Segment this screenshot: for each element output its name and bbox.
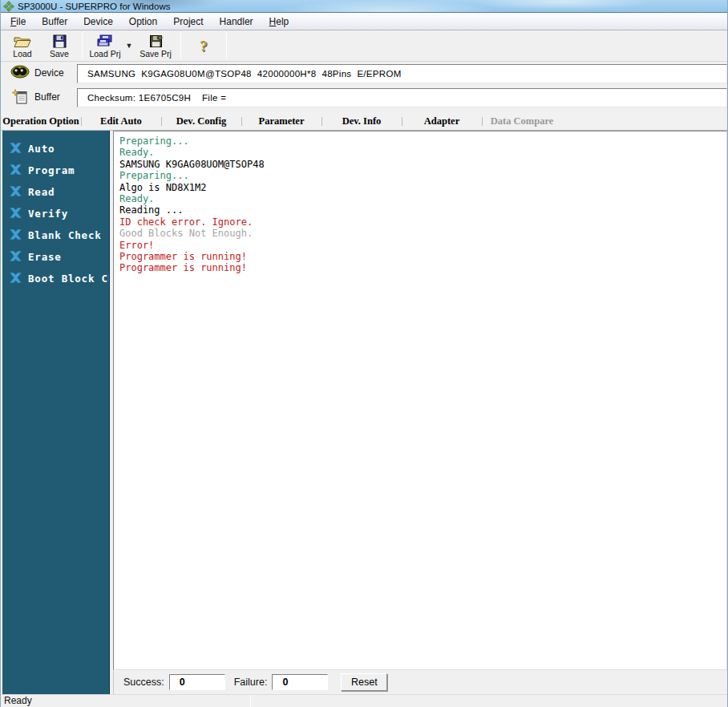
failure-label: Failure: bbox=[234, 677, 268, 688]
log-line: Ready. bbox=[119, 147, 726, 158]
buffer-value: Checksum: 1E6705C9H File = bbox=[87, 93, 226, 103]
tab-edit-auto[interactable]: Edit Auto bbox=[81, 115, 161, 127]
log-line: Ready. bbox=[119, 193, 726, 204]
log-line: Programmer is running! bbox=[119, 251, 726, 262]
device-eyes-icon[interactable] bbox=[10, 65, 30, 82]
app-icon bbox=[3, 1, 14, 12]
open-folder-icon bbox=[14, 34, 31, 48]
tab-parameter[interactable]: Parameter bbox=[241, 115, 322, 127]
failure-count-field[interactable]: 0 bbox=[272, 674, 328, 690]
save-prj-button-label: Save Prj bbox=[140, 49, 172, 59]
status-bar: Ready bbox=[1, 694, 728, 707]
x-mark-icon bbox=[10, 272, 22, 286]
toolbar-separator bbox=[82, 33, 83, 59]
sidebar-item-verify[interactable]: Verify bbox=[2, 203, 109, 224]
sidebar-item-program[interactable]: Program bbox=[2, 160, 109, 181]
log-line: Preparing... bbox=[119, 135, 726, 147]
sidebar-item-label: Erase bbox=[28, 251, 62, 263]
sidebar-item-label: Blank Check bbox=[28, 229, 102, 241]
menu-buffer[interactable]: Buffer bbox=[34, 14, 75, 30]
toolbar-separator bbox=[226, 33, 227, 59]
save-prj-button[interactable]: Save Prj bbox=[135, 30, 176, 61]
tab-bar: Operation Option Edit Auto Dev. Config P… bbox=[1, 112, 728, 131]
log-line: ID check error. Ignore. bbox=[119, 216, 726, 228]
log-line: Algo is ND8X1M2 bbox=[119, 182, 726, 193]
sidebar-item-read[interactable]: Read bbox=[2, 181, 109, 203]
save-button[interactable]: Save bbox=[41, 30, 78, 61]
menu-handler[interactable]: Handler bbox=[212, 14, 261, 30]
x-mark-icon bbox=[10, 164, 22, 178]
buffer-label: Buffer bbox=[34, 91, 60, 103]
sidebar-item-blank-check[interactable]: Blank Check bbox=[2, 224, 109, 246]
tab-data-compare: Data Compare bbox=[482, 115, 562, 127]
x-mark-icon bbox=[10, 228, 22, 243]
device-row: Device SAMSUNG K9GAG08U0M@TSOP48 4200000… bbox=[1, 62, 728, 85]
menu-option[interactable]: Option bbox=[121, 14, 165, 30]
log-line: Preparing... bbox=[119, 170, 726, 181]
menu-help[interactable]: Help bbox=[261, 14, 297, 30]
x-mark-icon bbox=[10, 250, 22, 265]
status-text: Ready bbox=[1, 695, 250, 707]
reset-button[interactable]: Reset bbox=[341, 673, 387, 691]
reset-button-label: Reset bbox=[351, 677, 378, 688]
sidebar-item-label: Boot Block Check bbox=[28, 273, 110, 285]
stacked-floppies-icon bbox=[95, 34, 115, 48]
tab-adapter[interactable]: Adapter bbox=[402, 115, 482, 127]
device-value-field[interactable]: SAMSUNG K9GAG08U0M@TSOP48 42000000H*8 48… bbox=[77, 64, 727, 83]
load-button[interactable]: Load bbox=[4, 30, 41, 61]
operation-sidebar: Auto Program Read Verify Blank Check Era… bbox=[2, 131, 110, 694]
load-prj-button[interactable]: Load Prj bbox=[87, 30, 123, 61]
dark-floppy-icon bbox=[149, 34, 163, 48]
log-line: SAMSUNG K9GAG08UOM@TSOP48 bbox=[119, 159, 726, 170]
sidebar-item-label: Read bbox=[28, 186, 55, 198]
load-prj-dropdown-arrow[interactable]: ▼ bbox=[123, 30, 135, 61]
status-bar-right-panel bbox=[251, 695, 728, 707]
window-title: SP3000U - SUPERPRO for Windows bbox=[18, 2, 170, 11]
sidebar-item-erase[interactable]: Erase bbox=[2, 246, 109, 268]
log-line: Reading ... bbox=[119, 204, 726, 216]
floppy-icon bbox=[53, 34, 67, 48]
device-value: SAMSUNG K9GAG08U0M@TSOP48 42000000H*8 48… bbox=[87, 69, 402, 79]
help-button[interactable]: ? bbox=[185, 30, 222, 61]
toolbar-separator bbox=[180, 33, 181, 59]
x-mark-icon bbox=[10, 185, 22, 200]
help-question-icon: ? bbox=[200, 38, 208, 55]
success-count-field[interactable]: 0 bbox=[169, 674, 225, 690]
log-line: Good Blocks Not Enough. bbox=[119, 228, 726, 239]
sidebar-item-label: Verify bbox=[28, 208, 68, 220]
toolbar: Load Save bbox=[1, 30, 728, 62]
buffer-value-field[interactable]: Checksum: 1E6705C9H File = bbox=[77, 88, 727, 107]
menu-device[interactable]: Device bbox=[75, 14, 121, 30]
sidebar-item-label: Auto bbox=[28, 143, 55, 155]
menu-bar: File Buffer Device Option Project Handle… bbox=[1, 13, 728, 30]
menu-project[interactable]: Project bbox=[165, 14, 211, 30]
success-count-value: 0 bbox=[180, 677, 185, 688]
load-button-label: Load bbox=[13, 49, 31, 59]
tab-operation-option[interactable]: Operation Option bbox=[1, 115, 81, 127]
x-mark-icon bbox=[10, 207, 22, 221]
log-line: Programmer is running! bbox=[119, 262, 726, 273]
buffer-row: Buffer Checksum: 1E6705C9H File = bbox=[1, 86, 728, 109]
sidebar-item-boot-block-check[interactable]: Boot Block Check bbox=[2, 268, 109, 289]
tab-dev-info[interactable]: Dev. Info bbox=[322, 115, 402, 127]
log-output[interactable]: Preparing... Ready. SAMSUNG K9GAG08UOM@T… bbox=[113, 131, 727, 670]
app-window: SP3000U - SUPERPRO for Windows File Buff… bbox=[0, 0, 728, 707]
success-label: Success: bbox=[123, 677, 164, 688]
x-mark-icon bbox=[10, 142, 22, 156]
save-button-label: Save bbox=[50, 49, 69, 59]
log-line: Error! bbox=[119, 240, 726, 251]
load-prj-button-label: Load Prj bbox=[89, 49, 120, 59]
sidebar-item-label: Program bbox=[28, 164, 75, 176]
sidebar-item-auto[interactable]: Auto bbox=[2, 138, 109, 160]
counters-panel: Success: 0 Failure: 0 Reset bbox=[113, 670, 728, 694]
menu-file[interactable]: File bbox=[2, 14, 34, 30]
tab-dev-config[interactable]: Dev. Config bbox=[161, 115, 241, 127]
device-label: Device bbox=[34, 67, 64, 79]
buffer-notepad-icon[interactable] bbox=[12, 89, 28, 107]
title-bar: SP3000U - SUPERPRO for Windows bbox=[1, 0, 728, 13]
failure-count-value: 0 bbox=[282, 677, 288, 688]
